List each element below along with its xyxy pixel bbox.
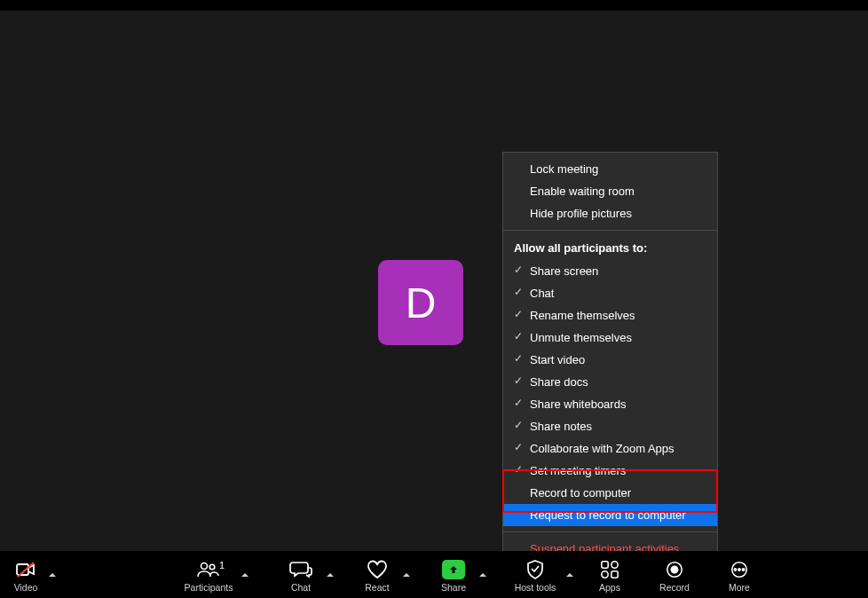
chat-label: Chat	[291, 582, 311, 593]
menu-section-header-allow: Allow all participants to:	[503, 236, 717, 260]
menu-allow-item-5[interactable]: Share docs	[503, 371, 717, 393]
chat-button[interactable]: Chat	[280, 551, 322, 598]
svg-point-11	[734, 568, 736, 570]
share-caret[interactable]	[475, 551, 491, 598]
menu-allow-item-10[interactable]: Record to computer	[503, 482, 717, 504]
record-button[interactable]: Record	[653, 551, 696, 598]
heart-icon	[365, 558, 390, 581]
apps-icon	[597, 558, 622, 581]
host-tools-menu: Lock meeting Enable waiting room Hide pr…	[502, 152, 718, 566]
menu-allow-item-2[interactable]: Rename themselves	[503, 304, 717, 327]
chat-icon	[288, 558, 313, 581]
video-caret[interactable]	[44, 551, 60, 598]
menu-allow-item-3[interactable]: Unmute themselves	[503, 327, 717, 349]
svg-rect-6	[602, 570, 608, 577]
host-tools-button[interactable]: Host tools	[509, 551, 562, 598]
menu-enable-waiting-room[interactable]: Enable waiting room	[503, 180, 717, 202]
more-label: More	[729, 582, 750, 593]
share-screen-icon	[442, 560, 465, 579]
svg-point-2	[201, 563, 208, 569]
apps-label: Apps	[599, 582, 620, 593]
svg-rect-4	[602, 561, 608, 567]
menu-allow-item-4[interactable]: Start video	[503, 349, 717, 371]
video-label: Video	[14, 582, 38, 593]
svg-point-9	[671, 566, 677, 572]
svg-point-13	[742, 568, 744, 570]
more-icon	[727, 558, 752, 581]
react-button[interactable]: React	[356, 551, 398, 598]
menu-allow-item-1[interactable]: Chat	[503, 282, 717, 304]
menu-allow-item-6[interactable]: Share whiteboards	[503, 393, 717, 415]
chat-caret[interactable]	[322, 551, 338, 598]
avatar-initial: D	[406, 279, 437, 327]
more-button[interactable]: More	[718, 551, 761, 598]
menu-lock-meeting[interactable]: Lock meeting	[503, 158, 717, 180]
share-button[interactable]: Share	[432, 551, 475, 598]
menu-allow-item-8[interactable]: Collaborate with Zoom Apps	[503, 437, 717, 460]
menu-allow-item-9[interactable]: Set meeting timers	[503, 460, 717, 482]
host-tools-caret[interactable]	[562, 551, 578, 598]
record-icon	[662, 558, 687, 581]
host-tools-label: Host tools	[515, 582, 556, 593]
record-label: Record	[659, 582, 690, 593]
participant-avatar: D	[378, 260, 463, 345]
menu-allow-item-11[interactable]: Request to record to computer	[503, 504, 717, 526]
svg-rect-5	[612, 561, 618, 567]
shield-icon	[523, 558, 548, 581]
participants-icon: 1	[196, 558, 221, 581]
svg-point-12	[738, 568, 740, 570]
svg-point-3	[209, 564, 215, 570]
menu-hide-profile-pictures[interactable]: Hide profile pictures	[503, 202, 717, 224]
react-caret[interactable]	[398, 551, 414, 598]
video-off-icon	[13, 558, 38, 581]
participants-button[interactable]: 1 Participants	[180, 551, 237, 598]
apps-button[interactable]: Apps	[588, 551, 631, 598]
participants-caret[interactable]	[237, 551, 253, 598]
participants-label: Participants	[185, 582, 233, 593]
titlebar	[0, 0, 868, 11]
menu-allow-item-7[interactable]: Share notes	[503, 415, 717, 437]
menu-allow-item-0[interactable]: Share screen	[503, 260, 717, 282]
video-button[interactable]: Video	[7, 551, 44, 598]
share-label: Share	[441, 582, 466, 593]
meeting-toolbar: Video 1 Participants Chat	[0, 551, 868, 598]
react-label: React	[365, 582, 389, 593]
participants-count-badge: 1	[219, 560, 225, 570]
svg-rect-7	[612, 570, 618, 577]
